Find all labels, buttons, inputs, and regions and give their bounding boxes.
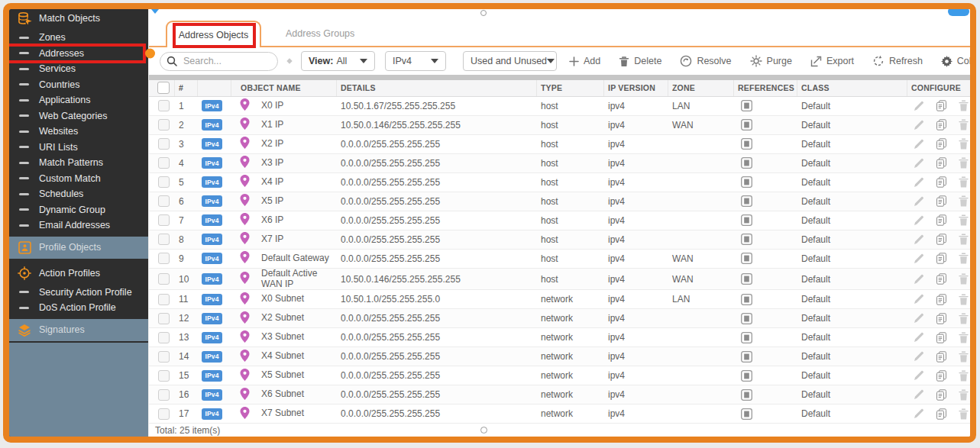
delete-row-icon[interactable] [959, 273, 969, 285]
clone-icon[interactable] [936, 370, 947, 382]
edit-icon[interactable] [914, 294, 924, 305]
ip-version-dropdown[interactable]: IPv4 [385, 51, 446, 71]
references-icon[interactable] [741, 100, 752, 111]
usage-dropdown[interactable]: Used and Unused [463, 51, 557, 71]
references-icon[interactable] [741, 195, 752, 207]
clone-icon[interactable] [936, 214, 947, 226]
references-icon[interactable] [741, 389, 752, 401]
edit-icon[interactable] [914, 351, 924, 362]
references-icon[interactable] [741, 214, 752, 226]
edit-icon[interactable] [914, 313, 924, 324]
clone-icon[interactable] [936, 351, 947, 363]
sidebar-item-zones[interactable]: Zones [9, 30, 148, 46]
sidebar-item-custom-match[interactable]: Custom Match [9, 171, 148, 187]
sidebar-item-uri-lists[interactable]: URI Lists [9, 140, 148, 156]
column-header-type[interactable]: TYPE [537, 80, 604, 96]
column-header-class[interactable]: CLASS [797, 80, 907, 96]
clone-icon[interactable] [936, 313, 947, 324]
references-icon[interactable] [741, 313, 752, 324]
row-checkbox[interactable] [158, 214, 170, 226]
row-checkbox[interactable] [158, 273, 170, 285]
clone-icon[interactable] [936, 234, 947, 245]
column-header-num[interactable]: # [175, 80, 198, 96]
edit-icon[interactable] [914, 158, 924, 169]
delete-row-icon[interactable] [959, 176, 969, 188]
row-checkbox[interactable] [158, 370, 170, 382]
resolve-button[interactable]: Resolve [680, 55, 731, 67]
clone-icon[interactable] [936, 176, 947, 188]
delete-row-icon[interactable] [959, 389, 969, 401]
sidebar-item-match-objects[interactable]: Match Objects [9, 9, 148, 27]
references-icon[interactable] [741, 351, 752, 363]
delete-row-icon[interactable] [959, 157, 969, 169]
row-checkbox[interactable] [158, 253, 170, 264]
clone-icon[interactable] [936, 138, 947, 150]
row-checkbox[interactable] [158, 234, 170, 245]
references-icon[interactable] [741, 176, 752, 188]
edit-icon[interactable] [914, 196, 924, 207]
references-icon[interactable] [741, 119, 752, 131]
export-button[interactable]: Export [810, 56, 854, 67]
column-header-ip-version[interactable]: IP VERSION [604, 80, 668, 96]
edit-icon[interactable] [914, 215, 924, 226]
row-checkbox[interactable] [158, 351, 170, 363]
clone-icon[interactable] [936, 195, 947, 207]
column-header-zone[interactable]: ZONE [668, 80, 734, 96]
references-icon[interactable] [741, 234, 752, 245]
edit-icon[interactable] [914, 139, 924, 150]
edit-icon[interactable] [914, 253, 924, 264]
edit-icon[interactable] [914, 177, 924, 188]
clone-icon[interactable] [936, 253, 947, 264]
sidebar-item-applications[interactable]: Applications [9, 92, 148, 108]
references-icon[interactable] [741, 273, 752, 285]
row-checkbox[interactable] [158, 119, 170, 131]
sidebar-item-services[interactable]: Services [9, 61, 148, 77]
delete-button[interactable]: Delete [619, 56, 661, 67]
sidebar-item-match-patterns[interactable]: Match Patterns [9, 155, 148, 171]
sidebar-item-security-action-profile[interactable]: Security Action Profile [9, 285, 148, 301]
sidebar-item-profile-objects[interactable]: Profile Objects [9, 237, 148, 259]
filter-diamond-icon[interactable] [286, 57, 293, 65]
delete-row-icon[interactable] [959, 294, 969, 305]
references-icon[interactable] [741, 294, 752, 305]
edit-icon[interactable] [914, 101, 924, 111]
delete-row-icon[interactable] [959, 119, 969, 131]
delete-row-icon[interactable] [959, 138, 969, 150]
sidebar-item-websites[interactable]: Websites [9, 124, 148, 140]
clone-icon[interactable] [936, 294, 947, 305]
sidebar-item-addresses[interactable]: Addresses [9, 46, 148, 62]
sidebar-item-web-categories[interactable]: Web Categories [9, 108, 148, 124]
clone-icon[interactable] [936, 408, 947, 420]
tab-address-groups[interactable]: Address Groups [277, 21, 364, 46]
refresh-button[interactable]: Refresh [872, 55, 923, 67]
purge-button[interactable]: Purge [750, 55, 792, 67]
row-checkbox[interactable] [158, 176, 170, 188]
add-button[interactable]: Add [569, 56, 600, 66]
edit-icon[interactable] [914, 370, 924, 381]
delete-row-icon[interactable] [959, 100, 969, 111]
search-box[interactable] [160, 52, 278, 71]
column-header-details[interactable]: DETAILS [337, 80, 537, 96]
select-all-checkbox[interactable] [157, 82, 170, 94]
row-checkbox[interactable] [158, 195, 170, 207]
delete-row-icon[interactable] [959, 332, 969, 343]
references-icon[interactable] [741, 253, 752, 264]
row-checkbox[interactable] [158, 157, 170, 169]
tab-address-objects[interactable]: Address Objects [166, 21, 261, 47]
edit-icon[interactable] [914, 120, 924, 131]
sidebar-item-signatures[interactable]: Signatures [9, 319, 148, 341]
edit-icon[interactable] [914, 234, 924, 245]
row-checkbox[interactable] [158, 138, 170, 150]
column-select-button[interactable]: Column Select [941, 56, 976, 67]
column-header-references[interactable]: REFERENCES [734, 80, 797, 96]
delete-row-icon[interactable] [959, 370, 969, 382]
delete-row-icon[interactable] [959, 313, 969, 324]
edit-icon[interactable] [914, 274, 924, 285]
row-checkbox[interactable] [158, 294, 170, 305]
clone-icon[interactable] [936, 273, 947, 285]
references-icon[interactable] [741, 138, 752, 150]
references-icon[interactable] [741, 408, 752, 420]
sidebar-item-email-addresses[interactable]: Email Addresses [9, 218, 148, 234]
references-icon[interactable] [741, 370, 752, 382]
clone-icon[interactable] [936, 119, 947, 131]
